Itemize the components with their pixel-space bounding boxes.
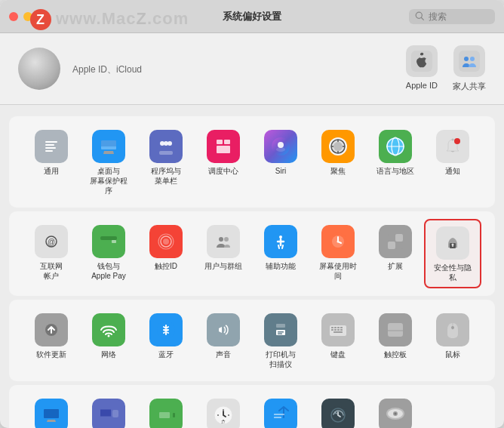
extensions-icon xyxy=(379,225,412,258)
grid-item-desktop[interactable]: 桌面与屏幕保护程序 xyxy=(80,124,137,200)
main-content: 通用 桌面与屏幕保护程序 xyxy=(0,105,504,428)
bluetooth-label: 蓝牙 xyxy=(158,349,174,359)
extensions-label: 扩展 xyxy=(388,261,403,271)
mission-label: 调度中心 xyxy=(208,166,238,176)
grid-item-general[interactable]: 通用 xyxy=(23,124,80,200)
grid-item-startup[interactable]: 启动磁盘 xyxy=(367,393,424,428)
svg-rect-99 xyxy=(159,412,170,418)
svg-rect-93 xyxy=(44,409,59,418)
network-icon xyxy=(92,313,125,346)
svg-rect-45 xyxy=(112,240,116,243)
grid-item-battery[interactable]: 电池 xyxy=(137,393,195,428)
svg-rect-6 xyxy=(43,138,60,155)
minimize-button[interactable] xyxy=(23,12,32,21)
desktop-icon xyxy=(92,130,125,163)
svg-rect-96 xyxy=(100,410,111,417)
sound-label: 声音 xyxy=(216,349,231,359)
apple-id-icon xyxy=(406,45,438,77)
apple-id-button[interactable]: Apple ID xyxy=(406,45,438,92)
grid-item-internet[interactable]: @ 互联网帐户 xyxy=(23,219,80,288)
svg-rect-85 xyxy=(337,329,340,331)
startup-icon xyxy=(379,399,412,428)
grid-item-sharing[interactable]: 共享 xyxy=(252,393,309,428)
section-4: 显示器 随航 xyxy=(9,385,495,428)
section-2: @ 互联网帐户 钱包与Apple Pay xyxy=(9,211,495,296)
desktop-label: 桌面与屏幕保护程序 xyxy=(87,166,131,196)
svg-rect-107 xyxy=(274,414,284,415)
svg-line-1 xyxy=(422,18,424,20)
svg-point-5 xyxy=(470,57,475,61)
grid-1: 通用 桌面与屏幕保护程序 xyxy=(23,124,481,200)
svg-point-91 xyxy=(451,326,454,329)
grid-item-language[interactable]: 语言与地区 xyxy=(367,124,424,200)
grid-item-security[interactable]: 安全性与隐私 xyxy=(424,219,481,288)
profile-info: Apple ID、iCloud xyxy=(72,62,142,76)
grid-item-software[interactable]: 软件更新 xyxy=(23,307,80,374)
keyboard-icon xyxy=(321,313,355,346)
display-icon xyxy=(35,399,68,428)
system-preferences-window: Zwww.MacZ.com 系统偏好设置 Apple ID、iCloud xyxy=(0,0,504,428)
grid-item-touch[interactable]: 触控ID xyxy=(137,219,195,288)
svg-rect-87 xyxy=(333,331,343,333)
trackpad-label: 触控板 xyxy=(384,349,407,359)
window-controls xyxy=(9,12,47,21)
grid-item-keyboard[interactable]: 键盘 xyxy=(309,307,367,374)
grid-item-users[interactable]: 用户与群组 xyxy=(195,219,252,288)
print-label: 打印机与扫描仪 xyxy=(266,349,296,369)
maximize-button[interactable] xyxy=(38,12,47,21)
security-icon xyxy=(436,226,469,260)
general-label: 通用 xyxy=(44,166,59,176)
datetime-icon: 17 xyxy=(207,399,240,428)
svg-rect-95 xyxy=(112,410,118,417)
family-sharing-button[interactable]: 家人共享 xyxy=(453,45,486,92)
grid-item-focus[interactable]: 聚焦 xyxy=(309,124,367,200)
svg-rect-75 xyxy=(276,324,285,328)
svg-point-52 xyxy=(224,237,229,242)
grid-item-mouse[interactable]: 鼠标 xyxy=(424,307,481,374)
network-label: 网络 xyxy=(101,349,116,359)
section-1: 通用 桌面与屏幕保护程序 xyxy=(9,116,495,208)
svg-rect-9 xyxy=(45,147,56,149)
accessibility-label: 辅助功能 xyxy=(266,261,296,271)
grid-item-extensions[interactable]: 扩展 xyxy=(367,219,424,288)
accessibility-icon xyxy=(264,225,297,258)
grid-item-wallet[interactable]: 钱包与Apple Pay xyxy=(80,219,137,288)
grid-item-screentime[interactable]: 屏幕使用时间 xyxy=(309,219,367,288)
profile-actions: Apple ID 家人共享 xyxy=(406,45,486,92)
grid-item-network[interactable]: 网络 xyxy=(80,307,137,374)
grid-item-trackpad[interactable]: 触控板 xyxy=(367,307,424,374)
notification-label: 通知 xyxy=(445,166,460,176)
grid-item-siri[interactable]: Siri xyxy=(252,124,309,200)
search-box[interactable] xyxy=(409,9,495,24)
svg-rect-79 xyxy=(331,327,333,328)
family-sharing-label: 家人共享 xyxy=(453,81,486,92)
svg-rect-61 xyxy=(395,242,403,249)
close-button[interactable] xyxy=(9,12,18,21)
svg-point-4 xyxy=(464,57,469,61)
print-icon xyxy=(264,313,297,346)
bluetooth-icon xyxy=(149,313,183,346)
search-input[interactable] xyxy=(429,11,489,22)
grid-item-display[interactable]: 显示器 xyxy=(23,393,80,428)
mission-icon xyxy=(207,130,240,163)
svg-rect-3 xyxy=(459,51,480,72)
profile-subtitle: Apple ID、iCloud xyxy=(72,63,142,76)
svg-rect-13 xyxy=(101,140,116,146)
language-icon xyxy=(379,130,412,163)
grid-item-sidecar[interactable]: 随航 xyxy=(80,393,137,428)
svg-point-51 xyxy=(219,237,223,242)
grid-item-timemachine[interactable]: 时间机器 xyxy=(309,393,367,428)
svg-rect-15 xyxy=(159,151,173,155)
grid-item-notification[interactable]: 通知 xyxy=(424,124,481,200)
grid-item-dock[interactable]: 程序坞与菜单栏 xyxy=(137,124,195,200)
grid-item-bluetooth[interactable]: 蓝牙 xyxy=(137,307,195,374)
grid-item-mission[interactable]: 调度中心 xyxy=(195,124,252,200)
svg-rect-72 xyxy=(219,328,222,331)
svg-point-57 xyxy=(337,241,340,243)
grid-item-sound[interactable]: 声音 xyxy=(195,307,252,374)
svg-rect-22 xyxy=(217,146,230,153)
grid-item-datetime[interactable]: 17 日期与时间 xyxy=(195,393,252,428)
svg-point-18 xyxy=(167,141,172,146)
grid-item-print[interactable]: 打印机与扫描仪 xyxy=(252,307,309,374)
grid-item-accessibility[interactable]: 辅助功能 xyxy=(252,219,309,288)
